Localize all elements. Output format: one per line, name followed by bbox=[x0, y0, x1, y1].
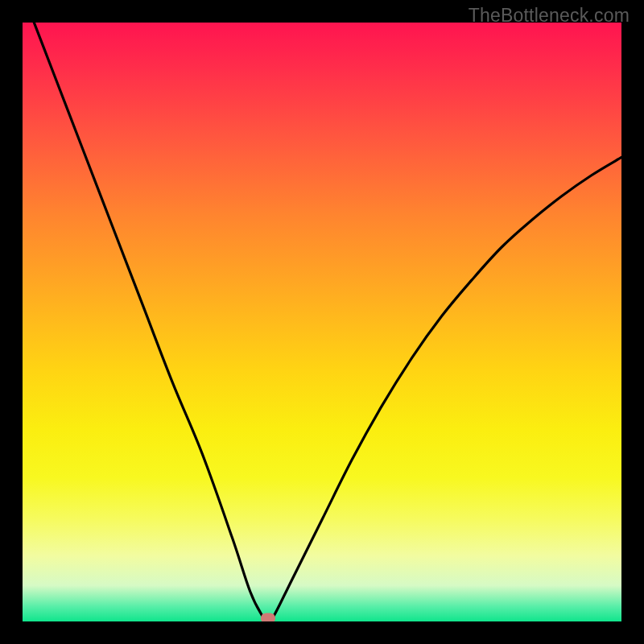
optimal-point-marker bbox=[261, 613, 275, 621]
bottleneck-curve bbox=[23, 23, 621, 621]
plot-area bbox=[23, 23, 621, 621]
watermark-text: TheBottleneck.com bbox=[469, 5, 630, 27]
